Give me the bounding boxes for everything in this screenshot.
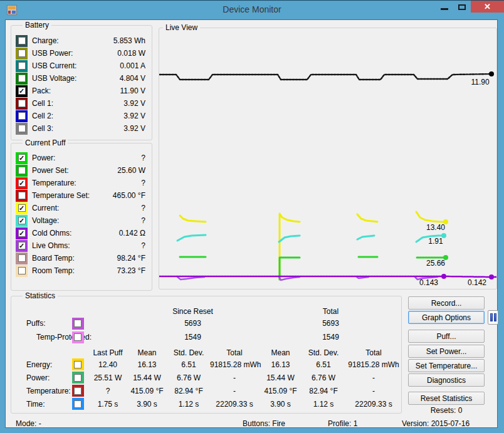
pack-series-checkbox[interactable]: ✓ (16, 85, 28, 97)
puffs-checkbox[interactable] (72, 318, 84, 330)
chart-series-voltage-puff1 (177, 235, 206, 241)
puff-row-board-temp: Board Temp: 98.24 °F (11, 252, 152, 264)
usb-current-label: USB Current: (32, 61, 76, 70)
temperature-series-checkbox[interactable]: ✓ (16, 177, 28, 189)
usb-power-series-checkbox[interactable] (16, 48, 28, 60)
usb-power-value: 0.018 W (117, 49, 145, 58)
diagnostics-button[interactable]: Diagnostics (408, 373, 485, 387)
current-series-checkbox[interactable]: ✓ (16, 202, 28, 214)
close-icon: ✕ (484, 2, 491, 11)
time-total: 22209.33 s (210, 400, 259, 409)
chart-series-live-ohms-puff2 (279, 277, 300, 280)
puffs-row: Puffs: 5693 5693 (11, 316, 401, 330)
temperature-grand-total: - (345, 387, 402, 395)
energy-total: 91815.28 mWh (210, 360, 259, 369)
cold-ohms-series-checkbox[interactable]: ✓ (16, 227, 28, 239)
live-ohms-series-checkbox[interactable]: ✓ (16, 240, 28, 252)
charge-series-checkbox[interactable] (16, 35, 28, 47)
chart-series-live-ohms-puff1 (177, 277, 204, 279)
time-row: Time: 1.75 s 3.90 s 1.12 s 22209.33 s 3.… (11, 397, 401, 410)
minimize-button[interactable] (436, 1, 453, 13)
puff-row-power-set: Power Set: 25.60 W (11, 164, 152, 177)
board-temp-series-checkbox[interactable] (16, 253, 28, 264)
usb-current-series-checkbox[interactable] (16, 60, 28, 72)
chart-value-label: 13.40 (426, 223, 445, 232)
energy-stddev-total: 6.51 (302, 360, 345, 369)
room-temp-series-checkbox[interactable] (16, 265, 28, 277)
temperature-set-series-checkbox[interactable] (16, 190, 28, 202)
live-view-group: Live View 11.9013.401.9125.660.1430.142 (159, 28, 497, 290)
time-last-puff: 1.75 s (89, 400, 127, 409)
cell3-series-checkbox[interactable] (16, 123, 28, 135)
temperature-set-label: Temperature Set: (32, 191, 90, 200)
power-series-checkbox[interactable]: ✓ (16, 152, 28, 164)
live-ohms-label: Live Ohms: (32, 241, 70, 250)
temperature-stat-label: Temperature: (11, 387, 66, 395)
pause-graph-button[interactable] (488, 310, 498, 325)
power-mean: 15.44 W (127, 373, 167, 382)
pack-label: Pack: (32, 86, 51, 95)
puff-row-voltage: ✓ Voltage: ? (11, 214, 152, 227)
cell1-value: 3.92 V (123, 99, 145, 108)
since-reset-header: Since Reset (127, 307, 259, 316)
energy-mean-total: 16.13 (259, 360, 302, 369)
statistics-group-title: Statistics (23, 291, 58, 300)
reset-statistics-button[interactable]: Reset Statistics (408, 392, 485, 405)
puffs-total: 5693 (259, 319, 402, 328)
close-button[interactable]: ✕ (471, 1, 504, 13)
room-temp-label: Room Temp: (32, 266, 75, 275)
time-stddev-total: 1.12 s (302, 400, 345, 409)
usb-voltage-series-checkbox[interactable] (16, 73, 28, 85)
graph-options-button[interactable]: Graph Options (408, 311, 485, 324)
temp-protected-checkbox[interactable] (72, 331, 84, 343)
record-button[interactable]: Record... (408, 296, 485, 310)
maximize-button[interactable] (453, 1, 471, 13)
pause-icon (490, 313, 493, 321)
chart-value-label: 25.66 (426, 259, 445, 268)
current-puff-group: Current Puff ✓ Power: ? Power Set: 25.60… (11, 143, 152, 291)
chart-endpoint-dot (489, 274, 494, 279)
voltage-series-checkbox[interactable]: ✓ (16, 215, 28, 227)
time-mean: 3.90 s (127, 400, 167, 409)
col-total-2: Total (345, 348, 402, 357)
usb-voltage-label: USB Voltage: (32, 74, 76, 83)
col-mean-2: Mean (259, 348, 302, 357)
cell1-series-checkbox[interactable] (16, 98, 28, 110)
temperature-stddev-total: 82.94 °F (302, 387, 345, 395)
time-checkbox[interactable] (72, 398, 84, 410)
cold-ohms-label: Cold Ohms: (32, 229, 71, 237)
power-row: Power: 25.51 W 15.44 W 6.76 W - 15.44 W … (11, 371, 401, 384)
cell3-value: 3.92 V (123, 124, 145, 133)
set-temperature-button[interactable]: Set Temperature... (408, 359, 485, 372)
set-power-button[interactable]: Set Power... (408, 345, 485, 358)
power-set-series-checkbox[interactable] (16, 165, 28, 177)
time-mean-total: 3.90 s (259, 400, 302, 409)
col-stddev-2: Std. Dev. (302, 348, 345, 357)
status-mode: Mode: - (16, 419, 41, 428)
energy-checkbox[interactable] (72, 358, 84, 370)
time-grand-total: 22209.33 s (345, 400, 402, 409)
chart-series-current-puff1 (180, 216, 206, 222)
chart-series-current-puff4 (416, 212, 446, 222)
power-mean-total: 15.44 W (259, 373, 302, 382)
statistics-group: Statistics Since Reset Total Puffs: 5693… (11, 296, 402, 414)
live-ohms-value: ? (141, 241, 145, 250)
temp-protected-since-reset: 1549 (127, 333, 259, 342)
temperature-stat-checkbox[interactable] (72, 385, 84, 397)
power-stat-checkbox[interactable] (72, 372, 84, 383)
power-grand-total: - (345, 373, 402, 382)
status-buttons: Buttons: Fire (243, 419, 285, 428)
cell2-label: Cell 2: (32, 112, 53, 120)
energy-label: Energy: (11, 360, 66, 369)
col-total-1: Total (210, 348, 259, 357)
power-set-label: Power Set: (32, 166, 69, 175)
temperature-mean-total: 415.09 °F (259, 387, 302, 395)
puff-button[interactable]: Puff... (408, 330, 485, 343)
battery-row-cell3: Cell 3: 3.92 V (11, 122, 152, 135)
cell2-series-checkbox[interactable] (16, 110, 28, 122)
col-last-puff: Last Puff (89, 348, 127, 357)
window-title: Device Monitor (0, 4, 504, 14)
resets-count: Resets: 0 (408, 406, 485, 415)
minimize-icon (441, 8, 448, 10)
temperature-label: Temperature: (32, 179, 76, 187)
